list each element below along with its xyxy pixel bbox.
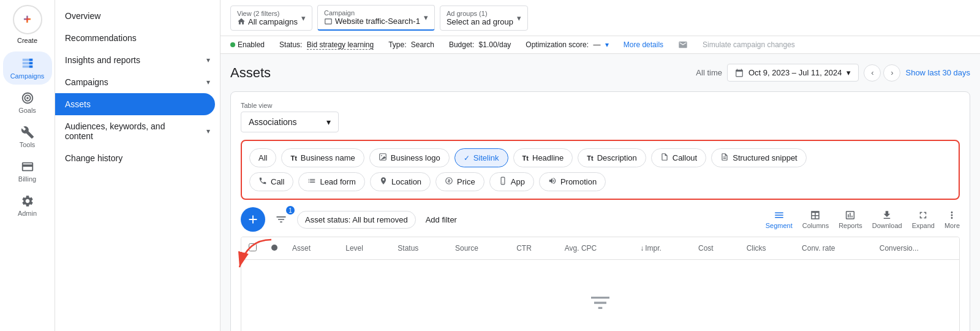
chip-description[interactable]: Tt Description bbox=[578, 148, 646, 167]
adgroup-filter-title: Ad groups (1) bbox=[447, 10, 513, 17]
nav-recommendations[interactable]: Recommendations bbox=[55, 27, 220, 49]
date-range-value: Oct 9, 2023 – Jul 11, 2024 bbox=[748, 68, 842, 77]
chip-business-logo[interactable]: Business logo bbox=[369, 148, 450, 167]
th-impr[interactable]: ↓Impr. bbox=[633, 237, 691, 260]
toolbar-right: Segment Columns Reports Download bbox=[766, 210, 960, 229]
funnel-icon bbox=[588, 291, 612, 315]
google-plus-icon: + bbox=[23, 12, 31, 28]
all-time-label: All time bbox=[696, 68, 722, 77]
structured-snippet-icon bbox=[720, 153, 729, 163]
bid-strategy[interactable]: Bid strategy learning bbox=[307, 40, 374, 50]
date-next-button[interactable]: › bbox=[883, 64, 900, 82]
sidebar-item-goals[interactable]: Goals bbox=[3, 86, 52, 119]
nav-audiences[interactable]: Audiences, keywords, and content ▾ bbox=[55, 115, 220, 147]
audiences-chevron: ▾ bbox=[206, 127, 210, 135]
sidebar-item-campaigns[interactable]: Campaigns bbox=[3, 51, 52, 85]
reports-button[interactable]: Reports bbox=[839, 210, 862, 229]
billing-label: Billing bbox=[18, 175, 36, 183]
enabled-dot bbox=[230, 42, 235, 47]
th-level[interactable]: Level bbox=[338, 237, 390, 260]
optimization-chevron[interactable]: ▾ bbox=[605, 40, 609, 49]
chip-price[interactable]: Price bbox=[435, 172, 484, 191]
th-ctr[interactable]: CTR bbox=[509, 237, 557, 260]
download-button[interactable]: Download bbox=[872, 210, 902, 229]
chip-location[interactable]: Location bbox=[370, 172, 431, 191]
adgroup-filter-dropdown[interactable]: Ad groups (1) Select an ad group ▾ bbox=[440, 6, 528, 31]
chip-all[interactable]: All bbox=[249, 148, 276, 167]
nav-insights[interactable]: Insights and reports ▾ bbox=[55, 49, 220, 71]
chip-call[interactable]: Call bbox=[249, 172, 293, 191]
chip-promotion-label: Promotion bbox=[560, 177, 597, 186]
th-conv-rate[interactable]: Conv. rate bbox=[794, 237, 872, 260]
sidebar-item-tools[interactable]: Tools bbox=[3, 120, 52, 153]
th-clicks[interactable]: Clicks bbox=[739, 237, 794, 260]
view-filter-dropdown[interactable]: View (2 filters) All campaigns ▾ bbox=[230, 6, 312, 31]
show-last-button[interactable]: Show last 30 days bbox=[905, 68, 970, 77]
filter-badge: 1 bbox=[286, 206, 295, 215]
chip-promotion[interactable]: Promotion bbox=[539, 172, 606, 191]
filter-button[interactable]: 1 bbox=[270, 208, 292, 230]
nav-change-history[interactable]: Change history bbox=[55, 147, 220, 169]
chip-app-label: App bbox=[511, 177, 525, 186]
table-view-select[interactable]: Associations ▾ bbox=[241, 112, 339, 132]
goals-label: Goals bbox=[18, 107, 36, 114]
enabled-label: Enabled bbox=[238, 40, 265, 49]
segment-button[interactable]: Segment bbox=[766, 210, 793, 229]
description-icon: Tt bbox=[587, 154, 593, 162]
columns-button[interactable]: Columns bbox=[802, 210, 829, 229]
th-source[interactable]: Source bbox=[448, 237, 509, 260]
sidebar-item-billing[interactable]: Billing bbox=[3, 154, 52, 188]
optimization-value: — bbox=[593, 40, 600, 49]
campaign-filter-title: Campaign bbox=[324, 9, 420, 17]
nav-recommendations-label: Recommendations bbox=[65, 33, 137, 43]
add-asset-button[interactable] bbox=[241, 207, 265, 232]
status-filter-dropdown[interactable]: Asset status: All but removed bbox=[297, 211, 416, 229]
more-details-button[interactable]: More details bbox=[624, 40, 663, 49]
chip-sitelink[interactable]: ✓ Sitelink bbox=[454, 148, 508, 167]
select-all-checkbox[interactable] bbox=[249, 243, 257, 251]
svg-rect-4 bbox=[501, 177, 505, 185]
chip-app[interactable]: App bbox=[489, 172, 534, 191]
simulate-button[interactable]: Simulate campaign changes bbox=[703, 40, 795, 49]
more-button[interactable]: More bbox=[944, 210, 960, 229]
chip-description-label: Description bbox=[597, 153, 637, 162]
create-button[interactable]: + bbox=[13, 5, 42, 34]
sidebar-item-admin[interactable]: Admin bbox=[3, 189, 52, 222]
table-container: Asset Level Status Source CTR Avg. CPC ↓… bbox=[241, 237, 960, 331]
campaign-filter-value: Website traffic-Search-1 bbox=[324, 17, 420, 26]
th-conversio[interactable]: Conversio... bbox=[872, 237, 959, 260]
table-view-value: Associations bbox=[249, 117, 297, 127]
sitelink-check-icon: ✓ bbox=[464, 154, 470, 162]
campaign-filter-dropdown[interactable]: Campaign Website traffic-Search-1 ▾ bbox=[317, 5, 435, 31]
th-avg-cpc[interactable]: Avg. CPC bbox=[557, 237, 633, 260]
chip-callout[interactable]: Callout bbox=[651, 148, 706, 167]
th-checkbox[interactable] bbox=[241, 237, 264, 260]
status-filter-label: Asset status: All but removed bbox=[305, 215, 408, 224]
nav-campaigns[interactable]: Campaigns ▾ bbox=[55, 71, 220, 93]
th-status[interactable]: Status bbox=[390, 237, 448, 260]
chip-business-name[interactable]: Tt Business name bbox=[281, 148, 364, 167]
lead-form-icon bbox=[307, 177, 316, 187]
create-label: Create bbox=[17, 37, 37, 44]
campaigns-icon bbox=[20, 56, 35, 71]
nav-overview[interactable]: Overview bbox=[55, 5, 220, 27]
date-picker[interactable]: Oct 9, 2023 – Jul 11, 2024 ▾ bbox=[727, 64, 859, 82]
call-icon bbox=[258, 177, 267, 187]
add-filter-button[interactable]: Add filter bbox=[421, 211, 462, 228]
th-asset[interactable]: Asset bbox=[285, 237, 338, 260]
filter-chips-container: All Tt Business name Business logo bbox=[241, 140, 960, 200]
date-prev-button[interactable]: ‹ bbox=[864, 64, 881, 82]
th-cost[interactable]: Cost bbox=[691, 237, 739, 260]
empty-row bbox=[241, 260, 959, 332]
type-field: Type: Search bbox=[388, 40, 434, 49]
chip-structured-snippet[interactable]: Structured snippet bbox=[711, 148, 807, 167]
campaign-filter-chevron: ▾ bbox=[424, 13, 428, 22]
chip-lead-form[interactable]: Lead form bbox=[298, 172, 365, 191]
expand-button[interactable]: Expand bbox=[912, 210, 935, 229]
chip-call-label: Call bbox=[271, 177, 284, 186]
admin-label: Admin bbox=[18, 210, 37, 217]
assets-title: Assets bbox=[230, 65, 271, 81]
business-logo-icon bbox=[379, 153, 387, 163]
nav-assets[interactable]: Assets bbox=[55, 93, 215, 115]
chip-headline[interactable]: Tt Headline bbox=[513, 148, 573, 167]
